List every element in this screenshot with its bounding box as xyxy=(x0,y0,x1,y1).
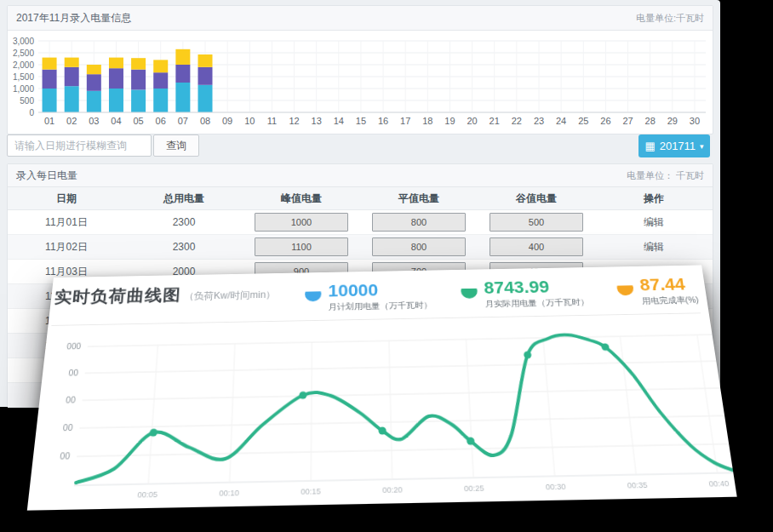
col-total: 总用电量 xyxy=(125,187,243,210)
daily-table-header: 录入每日电量 电量单位： 千瓦时 xyxy=(8,164,713,187)
edit-link[interactable]: 编辑 xyxy=(644,241,664,253)
svg-text:00: 00 xyxy=(60,451,71,461)
svg-text:26: 26 xyxy=(600,116,610,126)
chevron-down-icon: ▾ xyxy=(700,142,704,151)
entry-chart-header: 2017年11月录入电量信息 电量单位:千瓦时 xyxy=(8,6,713,31)
svg-text:00:40: 00:40 xyxy=(708,478,730,488)
col-peak: 峰值电量 xyxy=(243,187,360,210)
calendar-grid-icon: ▦ xyxy=(644,140,655,152)
svg-text:07: 07 xyxy=(178,116,188,126)
svg-text:22: 22 xyxy=(512,116,522,126)
svg-text:08: 08 xyxy=(200,116,210,126)
svg-text:03: 03 xyxy=(89,116,99,126)
svg-text:30: 30 xyxy=(690,116,700,126)
svg-text:00:30: 00:30 xyxy=(546,482,567,491)
stat-block: 8743.99月实际用电量（万千瓦时） xyxy=(461,277,590,310)
daily-table-unit-label: 电量单位： 千瓦时 xyxy=(627,169,704,182)
col-actions: 操作 xyxy=(595,187,713,210)
svg-text:00: 00 xyxy=(68,369,78,378)
stat-block: 10000月计划用电量（万千瓦时） xyxy=(305,281,432,313)
stat-value: 87.44 xyxy=(638,276,697,294)
svg-text:02: 02 xyxy=(66,116,77,126)
svg-text:11: 11 xyxy=(267,116,277,126)
svg-text:0: 0 xyxy=(29,108,34,117)
edit-link[interactable]: 编辑 xyxy=(644,216,664,228)
svg-text:1,500: 1,500 xyxy=(13,72,34,82)
svg-text:00:25: 00:25 xyxy=(464,483,484,493)
total-cell: 2300 xyxy=(125,210,243,235)
stat-value: 8743.99 xyxy=(484,277,588,296)
col-flat: 平值电量 xyxy=(360,187,478,210)
col-valley: 谷值电量 xyxy=(478,187,595,210)
svg-text:12: 12 xyxy=(289,116,299,126)
peak-input[interactable] xyxy=(255,213,348,232)
svg-text:29: 29 xyxy=(667,116,678,126)
svg-text:00: 00 xyxy=(66,396,76,405)
svg-text:2,500: 2,500 xyxy=(13,49,34,58)
svg-text:000: 000 xyxy=(66,342,81,352)
realtime-load-subtitle: （负荷Kw/时间min） xyxy=(184,289,276,303)
entry-bar-chart: 05001,0001,5002,0002,5003,00001020304050… xyxy=(8,31,713,131)
svg-text:13: 13 xyxy=(312,116,322,126)
svg-text:3,000: 3,000 xyxy=(13,37,34,46)
query-button[interactable]: 查询 xyxy=(153,134,199,157)
load-line-chart: 0000000000000:0500:1000:1500:2000:2500:3… xyxy=(31,315,736,508)
total-cell: 2300 xyxy=(125,235,243,260)
date-cell: 11月01日 xyxy=(8,210,125,235)
svg-text:19: 19 xyxy=(444,116,455,126)
svg-text:00:15: 00:15 xyxy=(301,487,321,496)
svg-text:17: 17 xyxy=(400,116,410,126)
stats-row: 10000月计划用电量（万千瓦时）8743.99月实际用电量（万千瓦时）87.4… xyxy=(305,274,700,313)
svg-text:20: 20 xyxy=(467,116,477,126)
svg-text:04: 04 xyxy=(111,116,121,126)
svg-text:25: 25 xyxy=(578,116,588,126)
svg-text:09: 09 xyxy=(222,116,232,126)
peak-input[interactable] xyxy=(255,237,348,256)
svg-text:00:20: 00:20 xyxy=(382,485,403,495)
table-row: 11月01日2300编辑 xyxy=(8,210,713,235)
svg-text:18: 18 xyxy=(422,116,432,126)
orange-gauge-icon xyxy=(616,280,634,295)
search-input[interactable] xyxy=(7,134,152,157)
svg-text:16: 16 xyxy=(378,116,388,126)
realtime-load-card-inner: 实时负荷曲线图 （负荷Kw/时间min） 10000月计划用电量（万千瓦时）87… xyxy=(27,265,736,507)
stat-label: 月计划用电量（万千瓦时） xyxy=(328,300,432,312)
svg-text:500: 500 xyxy=(20,96,34,106)
flat-input[interactable] xyxy=(372,237,466,256)
svg-text:06: 06 xyxy=(156,116,166,126)
svg-text:15: 15 xyxy=(356,116,366,126)
col-date: 日期 xyxy=(8,187,125,210)
svg-text:28: 28 xyxy=(645,116,656,126)
svg-text:21: 21 xyxy=(490,116,500,126)
svg-text:23: 23 xyxy=(534,116,544,126)
month-select-label: 201711 xyxy=(660,140,696,152)
svg-text:00: 00 xyxy=(62,423,72,433)
svg-text:00:10: 00:10 xyxy=(219,489,239,498)
stat-block: 87.44用电完成率(%) xyxy=(616,276,699,307)
svg-text:1,000: 1,000 xyxy=(13,84,34,94)
entry-chart-panel: 2017年11月录入电量信息 电量单位:千瓦时 05001,0001,5002,… xyxy=(7,5,713,134)
realtime-load-title: 实时负荷曲线图 xyxy=(54,284,182,308)
svg-text:10: 10 xyxy=(244,116,255,126)
entry-chart-title: 2017年11月录入电量信息 xyxy=(16,11,131,26)
flat-input[interactable] xyxy=(372,213,466,232)
svg-text:27: 27 xyxy=(622,116,633,126)
table-header-row: 日期 总用电量 峰值电量 平值电量 谷值电量 操作 xyxy=(8,187,713,210)
stat-label: 用电完成率(%) xyxy=(641,295,700,306)
svg-text:00:05: 00:05 xyxy=(137,489,157,499)
date-cell: 11月02日 xyxy=(8,235,125,260)
entry-chart-unit-label: 电量单位:千瓦时 xyxy=(636,12,704,25)
svg-text:24: 24 xyxy=(556,116,566,126)
table-row: 11月02日2300编辑 xyxy=(8,235,713,260)
svg-text:00:35: 00:35 xyxy=(627,480,648,489)
svg-text:2,000: 2,000 xyxy=(13,60,34,70)
svg-text:14: 14 xyxy=(334,116,344,126)
valley-input[interactable] xyxy=(490,213,583,232)
month-select-button[interactable]: ▦ 201711 ▾ xyxy=(638,134,710,157)
blue-gauge-icon xyxy=(305,286,321,301)
stat-label: 月实际用电量（万千瓦时） xyxy=(484,297,589,310)
stat-value: 10000 xyxy=(328,281,432,300)
daily-table-title: 录入每日电量 xyxy=(16,169,77,183)
search-row: 查询 ▦ 201711 ▾ xyxy=(7,134,713,158)
valley-input[interactable] xyxy=(490,237,583,256)
